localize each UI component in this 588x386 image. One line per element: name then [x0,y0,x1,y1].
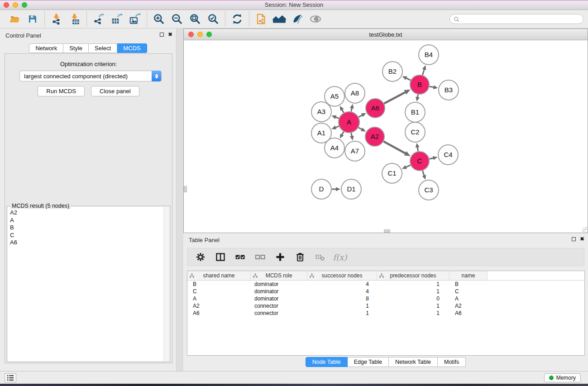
table-cell[interactable]: A6 [449,310,488,316]
column-header-MCDS-role[interactable]: MCDS role [251,271,307,280]
import-table-icon[interactable] [67,11,83,27]
document-network-icon[interactable] [253,11,269,27]
zoom-in-icon[interactable] [151,11,167,27]
mcds-result-item[interactable]: C [8,232,163,239]
table-cell[interactable]: 1 [377,303,449,309]
table-cell[interactable]: connector [251,303,307,309]
task-history-button[interactable] [5,373,16,382]
export-image-icon[interactable] [127,11,143,27]
column-header-name[interactable]: name [449,271,488,280]
zoom-out-icon[interactable] [169,11,185,27]
node-table[interactable]: shared nameMCDS rolesuccessor nodesprede… [187,271,585,356]
memory-button[interactable]: Memory [544,373,581,382]
tab-motifs[interactable]: Motifs [438,357,466,367]
graph-edge-A6-B[interactable] [384,92,406,104]
table-cell[interactable]: connector [251,310,307,316]
eye-icon[interactable] [307,11,324,27]
mcds-result-item[interactable]: A6 [8,239,163,247]
graph-node-label: C1 [387,169,396,177]
mcds-tab-content: Optimization criterion: largest connecte… [5,53,172,363]
mcds-result-item[interactable]: A2 [8,209,163,217]
tab-select[interactable]: Select [89,43,117,53]
float-table-panel-icon[interactable] [572,237,576,241]
list-scrollbar[interactable] [163,207,169,361]
table-cell[interactable]: C [449,288,488,295]
close-table-panel-icon[interactable]: ✖ [580,237,584,241]
table-cell[interactable]: 1 [377,281,449,287]
close-panel-icon[interactable]: ✖ [168,32,172,37]
column-layout-icon[interactable] [214,250,227,264]
tab-network-table[interactable]: Network Table [389,357,438,367]
network-canvas[interactable]: AA1A2A3A4A5A6A7A8BB1B2B3B4CC1C2C3C4DD1 [184,40,588,233]
table-cell[interactable]: B [187,281,251,287]
vertical-scrollbar-thumb[interactable] [184,186,187,192]
table-cell[interactable]: dominator [251,281,307,287]
delete-column-icon[interactable] [293,250,307,264]
table-cell[interactable]: 1 [307,303,377,309]
graph-edge-A2-C[interactable] [383,142,406,154]
header-filler [488,271,584,280]
mcds-result-list[interactable]: A2ABCA6 [8,209,163,361]
refresh-icon[interactable] [229,11,245,27]
table-row[interactable]: A2connector11A2 [187,302,584,310]
zoom-selected-icon[interactable] [205,11,221,27]
table-panel: Table Panel ✖ [183,233,588,371]
session-title: Session: New Session [0,1,588,8]
table-cell[interactable]: 4 [307,288,377,295]
table-cell[interactable]: A2 [187,303,251,309]
criterion-select[interactable]: largest connected component (directed) [19,71,162,81]
open-session-icon[interactable] [6,11,23,27]
delete-table-icon[interactable] [313,250,327,264]
close-panel-button[interactable]: Close panel [91,86,139,96]
table-row[interactable]: Bdominator41B [187,281,584,288]
tab-mcds[interactable]: MCDS [117,43,147,53]
show-graphics-details-icon[interactable] [289,11,306,27]
graph-edge-B-B4[interactable] [422,69,424,75]
mcds-result-item[interactable]: B [8,224,163,232]
gear-icon[interactable] [194,250,207,264]
network-graph: AA1A2A3A4A5A6A7A8BB1B2B3B4CC1C2C3C4DD1 [184,40,588,233]
table-cell[interactable]: A2 [449,303,488,309]
column-header-successor-nodes[interactable]: successor nodes [307,271,377,280]
function-builder-icon[interactable]: f(x) [333,250,347,264]
save-session-icon[interactable] [24,11,41,27]
export-table-icon[interactable] [109,11,125,27]
resize-grip[interactable] [582,227,588,233]
tab-node-table[interactable]: Node Table [306,357,348,367]
table-cell[interactable]: dominator [251,288,307,295]
mcds-result-item[interactable]: A [8,217,163,224]
table-cell[interactable]: C [187,288,251,295]
table-cell[interactable]: A6 [187,310,251,316]
control-panel-tabs: NetworkStyleSelectMCDS [0,43,176,53]
tab-edge-table[interactable]: Edge Table [348,357,389,367]
table-row[interactable]: Adominator80A [187,295,584,302]
select-all-checkboxes-icon[interactable] [234,250,247,264]
import-network-icon[interactable] [48,11,65,27]
table-row[interactable]: A6connector11A6 [187,310,584,317]
search-input[interactable] [462,16,579,22]
table-cell[interactable]: 0 [377,295,449,302]
horizontal-scrollbar-thumb[interactable] [384,229,390,233]
column-header-shared-name[interactable]: shared name [187,271,251,280]
zoom-fit-icon[interactable] [187,11,203,27]
add-column-icon[interactable] [273,250,287,264]
table-cell[interactable]: A [449,295,488,302]
tab-network[interactable]: Network [29,43,63,53]
deselect-all-checkboxes-icon[interactable] [253,250,267,264]
run-mcds-button[interactable]: Run MCDS [38,86,85,96]
export-network-icon[interactable] [91,11,107,27]
table-cell[interactable]: 8 [307,295,377,302]
table-cell[interactable]: dominator [251,295,307,302]
table-cell[interactable]: A [187,295,251,302]
table-cell[interactable]: 1 [377,310,449,316]
table-row[interactable]: Cdominator41C [187,288,584,295]
table-cell[interactable]: B [449,281,488,287]
tab-style[interactable]: Style [63,43,89,53]
table-cell[interactable]: 1 [307,310,377,316]
table-cell[interactable]: 4 [307,281,377,287]
table-cell[interactable]: 1 [377,288,449,295]
float-panel-icon[interactable] [160,33,164,37]
column-header-predecessor-nodes[interactable]: predecessor nodes [377,271,449,280]
home-icon[interactable] [271,11,287,27]
search-field[interactable] [449,14,583,24]
